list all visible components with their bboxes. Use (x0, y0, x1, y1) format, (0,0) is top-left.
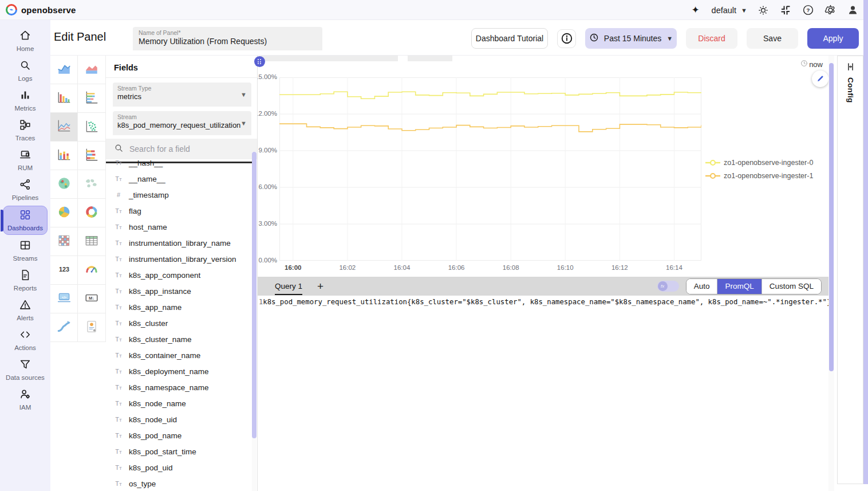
field-item[interactable]: TTk8s_pod_name (106, 427, 249, 443)
field-name: k8s_app_instance (129, 287, 191, 296)
stream-select[interactable]: Stream k8s_pod_memory_request_utilizatio… (113, 111, 251, 135)
field-item[interactable]: TTinstrumentation_library_version (106, 251, 249, 267)
field-item[interactable]: TTk8s_namespace_name (106, 379, 249, 395)
page-scrollbar[interactable] (863, 0, 868, 484)
sparkle-icon[interactable]: ✦ (689, 4, 702, 17)
theme-sun-icon[interactable] (757, 4, 770, 17)
sidebar-item-home[interactable]: Home (3, 27, 48, 56)
chart-type-bar[interactable] (50, 84, 78, 113)
save-button[interactable]: Save (747, 28, 798, 49)
field-item[interactable]: TTk8s_cluster_name (106, 331, 249, 347)
chart-type-h-stacked-bar[interactable] (78, 142, 106, 170)
info-icon[interactable] (557, 29, 576, 48)
field-name: host_name (129, 223, 167, 231)
field-item[interactable]: TT__hash__ (106, 155, 249, 171)
config-panel-tab[interactable]: Config (837, 56, 863, 484)
chart-type-metric-text[interactable]: 123 (50, 256, 78, 285)
chart-type-heatmap[interactable] (50, 227, 78, 256)
field-item[interactable]: TTk8s_node_name (106, 395, 249, 411)
organization-select[interactable]: default ▼ (712, 6, 747, 15)
chart-type-gauge[interactable] (78, 256, 106, 285)
field-item[interactable]: TTk8s_deployment_name (106, 363, 249, 379)
line-chart-plot[interactable] (279, 77, 701, 261)
chart-type-markdown[interactable]: M↓ (78, 285, 106, 313)
chart-type-scatter[interactable] (78, 113, 106, 142)
chart-type-pie[interactable] (50, 199, 78, 227)
chart-type-html[interactable]: </> (50, 285, 78, 313)
chart-type-geomap[interactable] (50, 170, 78, 199)
sidebar-item-traces[interactable]: Traces (3, 116, 48, 145)
clock-small-icon (800, 59, 808, 69)
field-item[interactable]: TTos_type (106, 476, 249, 491)
vrl-function-toggle[interactable]: fx (657, 281, 679, 292)
query-editor[interactable]: 1 k8s_pod_memory_request_utilization{k8s… (258, 296, 828, 311)
field-item[interactable]: TT__name__ (106, 171, 249, 187)
sidebar-item-reports[interactable]: Reports (3, 266, 48, 294)
splitter-drag-handle[interactable] (254, 56, 265, 67)
help-icon[interactable]: ? (802, 4, 814, 17)
panel-name-field[interactable]: Name of Panel* Memory Utilization (From … (133, 27, 322, 50)
query-mode-auto[interactable]: Auto (686, 279, 718, 294)
apply-button[interactable]: Apply (807, 28, 859, 49)
query-tab[interactable]: Query 1 (275, 277, 302, 296)
dashboard-tutorial-button[interactable]: Dashboard Tutorial (471, 28, 548, 49)
field-name: k8s_namespace_name (129, 383, 209, 392)
chart-type-maps[interactable] (78, 170, 106, 199)
brand-logo[interactable]: openobserve (6, 4, 76, 15)
sidebar-item-rum[interactable]: RUM (3, 146, 48, 175)
settings-gear-icon[interactable] (824, 4, 837, 17)
chart-type-custom-chart[interactable] (78, 313, 106, 342)
chart-type-horizontal-bar[interactable] (78, 84, 106, 113)
legend-item[interactable]: zo1-openobserve-ingester-0 (705, 159, 813, 167)
field-item[interactable]: TThost_name (106, 219, 249, 235)
svg-text:</>: </> (61, 295, 66, 298)
field-item[interactable]: TTflag (106, 203, 249, 219)
main-scrollbar[interactable] (828, 56, 834, 491)
chart-type-line[interactable] (50, 113, 78, 142)
sidebar-item-logs[interactable]: Logs (3, 57, 48, 85)
chart-type-donut[interactable] (78, 199, 106, 227)
legend-item[interactable]: zo1-openobserve-ingester-1 (705, 172, 813, 180)
sidebar-item-streams[interactable]: Streams (3, 236, 48, 265)
slack-icon[interactable] (779, 4, 792, 17)
sidebar-item-iam[interactable]: IAM (3, 385, 48, 414)
now-label: now (809, 60, 823, 69)
sidebar-item-pipelines[interactable]: Pipelines (3, 176, 48, 205)
field-item[interactable]: TTk8s_app_name (106, 299, 249, 315)
active-indicator (1, 210, 3, 231)
chart-type-table[interactable] (78, 227, 106, 256)
chart-type-area-stacked[interactable] (78, 56, 106, 84)
sidebar-item-data-sources[interactable]: Data sources (3, 355, 48, 384)
main-scrollbar-thumb[interactable] (829, 63, 834, 371)
discard-button[interactable]: Discard (686, 28, 737, 49)
field-item[interactable]: TTk8s_pod_uid (106, 459, 249, 476)
field-item[interactable]: #_timestamp (106, 187, 249, 203)
field-item[interactable]: TTinstrumentation_library_name (106, 235, 249, 251)
gauge-chart-icon (84, 262, 99, 279)
field-item[interactable]: TTk8s_app_instance (106, 283, 249, 299)
user-icon[interactable] (846, 4, 859, 17)
stream-type-select[interactable]: Stream Type metrics ▼ (113, 83, 251, 107)
field-item[interactable]: TTk8s_pod_start_time (106, 443, 249, 459)
area-stacked-chart-icon (84, 61, 99, 78)
field-item[interactable]: TTk8s_app_component (106, 267, 249, 283)
field-item[interactable]: TTk8s_container_name (106, 347, 249, 363)
query-mode-promql[interactable]: PromQL (717, 279, 762, 294)
chart-type-area[interactable] (50, 56, 78, 84)
edit-panel-button[interactable] (812, 70, 828, 87)
fields-scrollbar[interactable] (252, 152, 257, 491)
sidebar-item-alerts[interactable]: Alerts (3, 296, 48, 324)
sidebar-item-metrics[interactable]: Metrics (3, 87, 48, 115)
add-query-button[interactable]: + (317, 280, 323, 293)
sidebar-item-actions[interactable]: Actions (3, 325, 48, 354)
chart-type-sankey[interactable] (50, 313, 78, 342)
time-range-select[interactable]: Past 15 Minutes ▼ (585, 28, 677, 49)
field-item[interactable]: TTk8s_node_uid (106, 411, 249, 427)
sidebar-item-dashboards[interactable]: Dashboards (3, 206, 48, 235)
chart-type-stacked-bar[interactable] (50, 142, 78, 170)
field-item[interactable]: TTk8s_cluster (106, 315, 249, 331)
query-mode-custom-sql[interactable]: Custom SQL (762, 279, 821, 294)
svg-text:M↓: M↓ (89, 296, 94, 301)
fields-scrollbar-thumb[interactable] (252, 152, 257, 438)
series-line (279, 124, 701, 132)
